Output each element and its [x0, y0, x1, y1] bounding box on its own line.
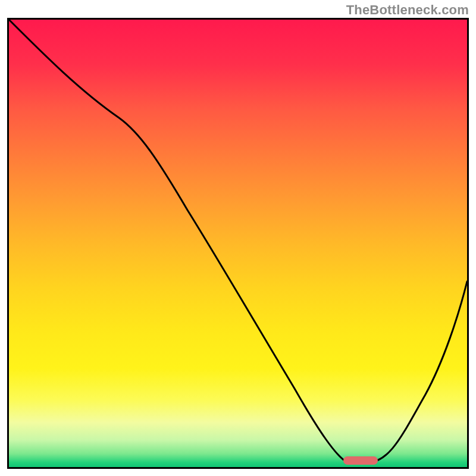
- watermark-text: TheBottleneck.com: [346, 2, 469, 18]
- optimal-range-marker: [343, 456, 378, 465]
- chart-frame: [7, 18, 469, 469]
- chart-background-gradient: [9, 20, 467, 467]
